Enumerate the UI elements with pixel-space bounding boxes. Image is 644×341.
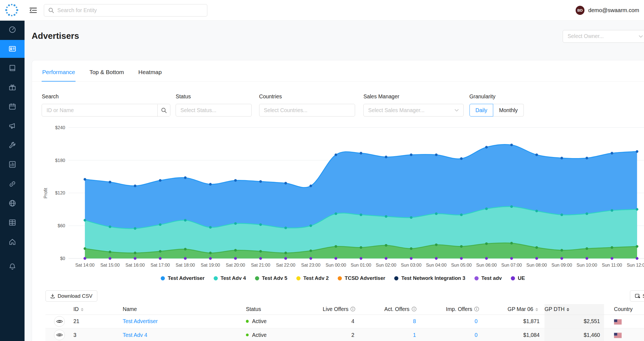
cell-id: 21 [73,315,123,328]
sidebar-item-notifications[interactable] [0,258,25,276]
advertiser-link[interactable]: Test Adv 4 [123,332,147,338]
topbar: BD demo@swaarm.com [0,0,644,21]
svg-text:Sat 19:00: Sat 19:00 [201,262,220,267]
legend-dot [214,276,218,280]
svg-text:Sat 23:00: Sat 23:00 [301,262,320,267]
legend-item-test-advertiser[interactable]: Test Advertiser [161,275,205,281]
info-icon[interactable] [350,307,355,312]
legend-label: UE [518,275,525,281]
svg-text:Sat 17:00: Sat 17:00 [151,262,170,267]
tab-performance[interactable]: Performance [42,62,75,82]
col-header-live-offers[interactable]: Live Offers [323,304,385,315]
legend-dot [161,276,165,280]
profit-chart[interactable]: $0$60$120$180$240Sat 14:00Sat 15:00Sat 1… [41,123,644,271]
legend-item-tcsd-advertiser[interactable]: TCSD Advertiser [338,275,385,281]
status-filter-label: Status [176,93,252,100]
search-icon [48,7,54,13]
info-icon[interactable] [474,307,479,312]
imp-offers-link[interactable]: 0 [475,318,478,324]
cell-gp-mar-06: $1,871 [508,315,544,328]
sidebar-item-campaigns[interactable] [0,117,25,135]
svg-text:Profit: Profit [43,188,48,199]
advertiser-link[interactable]: Test Advertiser [123,318,158,324]
tab-top-bottom[interactable]: Top & Bottom [89,62,124,81]
info-icon[interactable] [412,307,417,312]
bar-chart-icon [8,160,17,169]
countries-select[interactable]: Select Countries... [259,104,355,117]
chevron-down-icon [639,35,643,38]
act-offers-link[interactable]: 8 [413,318,416,324]
col-header-id[interactable]: ID [73,304,123,315]
sidebar-item-tracking[interactable] [0,175,25,193]
legend-label: Test Adv 2 [303,275,329,281]
col-header-act-offers[interactable]: Act. Offers [384,304,446,315]
view-row-button[interactable] [54,330,65,340]
cell-country [604,328,644,341]
status-select-placeholder: Select Status... [181,107,216,113]
calendar-icon [8,102,17,111]
app-logo[interactable] [4,2,19,18]
sidebar-item-publishers[interactable] [0,59,25,77]
svg-text:Sun 04:00: Sun 04:00 [426,262,447,267]
sidebar-item-geo[interactable] [0,194,25,212]
owner-select-placeholder: Select Owner... [568,33,604,39]
page-title: Advertisers [32,31,79,41]
sidebar-item-dashboard[interactable] [0,21,25,39]
user-avatar[interactable]: BD [576,6,585,15]
status-badge: Active [246,315,323,328]
sidebar-item-events[interactable] [0,98,25,116]
countries-filter-label: Countries [259,93,355,100]
col-label: Imp. Offers [446,306,472,312]
svg-text:Sat 18:00: Sat 18:00 [176,262,195,267]
owner-select[interactable]: Select Owner... [563,30,644,43]
legend-item-test-adv-5[interactable]: Test Adv 5 [255,275,287,281]
col-header-gp-mar-06[interactable]: GP Mar 06 [508,304,544,315]
sidebar-item-advertisers[interactable] [0,40,25,58]
svg-text:Sun 03:00: Sun 03:00 [401,262,422,267]
legend-item-test-adv[interactable]: Test adv [474,275,502,281]
legend-dot [511,276,515,280]
select-columns-button[interactable]: Se [630,290,644,301]
menu-fold-icon[interactable] [29,6,38,15]
col-header-imp-offers[interactable]: Imp. Offers [446,304,508,315]
user-menu: BD demo@swaarm.com [576,0,639,21]
cell-gp-mar-06: $1,084 [508,328,544,341]
sort-icon [567,308,569,311]
tab-heatmap[interactable]: Heatmap [138,62,162,81]
granularity-daily-button[interactable]: Daily [469,104,493,117]
granularity-monthly-button[interactable]: Monthly [493,104,524,117]
view-row-button[interactable] [54,316,65,327]
sidebar-item-tools[interactable] [0,136,25,155]
legend-item-test-adv-2[interactable]: Test Adv 2 [296,275,329,281]
status-select[interactable]: Select Status... [176,104,252,117]
legend-item-test-adv-4[interactable]: Test Adv 4 [214,275,246,281]
col-header-gp-dth[interactable]: GP DTH [544,304,604,315]
entity-search-input[interactable] [57,7,203,13]
col-label: Name [123,306,137,312]
gauge-icon [8,25,17,34]
legend-dot [474,276,479,280]
gift-icon [8,83,17,91]
sidebar-item-reports[interactable] [0,156,25,174]
us-flag-icon [614,333,622,338]
svg-text:Sat 16:00: Sat 16:00 [125,262,145,267]
cell-live-offers: 2 [323,328,385,341]
cell-id: 3 [73,328,123,341]
chart-legend: Test Advertiser Test Adv 4 Test Adv 5 Te… [41,275,644,281]
sidebar-item-offers[interactable] [0,79,25,97]
legend-item-test-network-integration-3[interactable]: Test Network Integration 3 [394,275,465,281]
legend-item-ue[interactable]: UE [511,275,525,281]
imp-offers-link[interactable]: 0 [475,332,478,338]
sidebar-item-data[interactable] [0,213,25,232]
sales-manager-select[interactable]: Select Sales Manager... [363,104,464,117]
download-csv-button[interactable]: Download CSV [45,290,97,301]
act-offers-link[interactable]: 1 [413,332,416,338]
legend-label: Test adv [481,275,502,281]
id-name-input[interactable] [42,107,157,113]
sidebar-item-home[interactable] [0,233,25,251]
user-email[interactable]: demo@swaarm.com [588,7,639,13]
legend-dot [394,276,398,280]
home-icon [8,238,17,246]
filter-search-button[interactable] [157,104,170,116]
svg-text:Sun 07:00: Sun 07:00 [501,262,522,267]
